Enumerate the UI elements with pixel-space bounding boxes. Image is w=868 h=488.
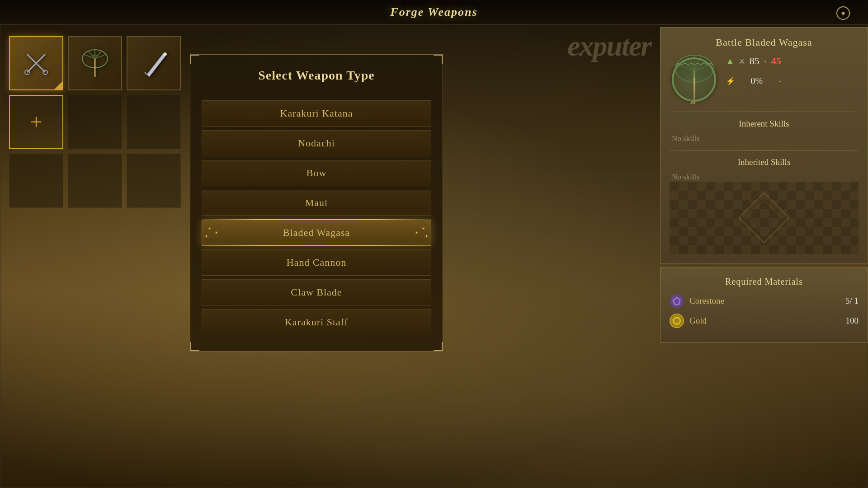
weapon-slot-6[interactable] — [127, 95, 181, 149]
weapon-list: Karakuri Katana Nodachi Bow Maul Bladed … — [202, 100, 431, 335]
weapon-item-hand-cannon[interactable]: Hand Cannon — [202, 249, 431, 276]
svg-line-11 — [145, 72, 147, 75]
skills-divider-1 — [670, 112, 859, 112]
inherent-skills-value: No skills — [672, 134, 859, 143]
gold-count: 100 — [846, 316, 859, 326]
weapon-detail-panel: Battle Bladed Wagasa — [660, 27, 868, 263]
weapon-slot-add[interactable]: + — [9, 95, 63, 149]
weapon-item-maul[interactable]: Maul — [202, 190, 431, 216]
attack-value-new: 45 — [771, 55, 781, 67]
corestone-label: Corestone — [689, 296, 840, 306]
gold-label: Gold — [689, 316, 840, 326]
svg-point-25 — [675, 319, 679, 323]
svg-line-19 — [694, 64, 712, 71]
modal-divider — [202, 92, 431, 92]
page-title: Forge Weapons — [390, 5, 477, 19]
weapon-slot-1[interactable] — [9, 36, 63, 90]
weapon-slot-8[interactable] — [68, 154, 122, 208]
attack-stat-row: ▲ ⚔ 85 › 45 — [726, 55, 781, 67]
corestone-count: 5/ 1 — [845, 296, 859, 306]
svg-line-14 — [681, 59, 694, 71]
separator: - — [778, 76, 781, 86]
materials-title: Required Materials — [670, 277, 859, 287]
inherited-skills-label: Inherited Skills — [670, 157, 859, 167]
weapon-item-nodachi[interactable]: Nodachi — [202, 130, 431, 156]
weapon-item-bow[interactable]: Bow — [202, 160, 431, 186]
weapon-slot-1-icon — [18, 45, 54, 81]
weapon-slot-2-icon — [77, 45, 113, 81]
weapon-slot-7[interactable] — [9, 154, 63, 208]
sharpness-icon: ⚡ — [726, 77, 735, 85]
weapon-slot-3-icon — [136, 45, 172, 81]
add-icon: + — [30, 111, 42, 133]
svg-line-17 — [694, 56, 701, 71]
attack-value: 85 — [750, 55, 760, 67]
weapon-item-claw-blade[interactable]: Claw Blade — [202, 279, 431, 305]
right-panel: Battle Bladed Wagasa — [660, 27, 868, 488]
weapon-preview-image — [670, 55, 719, 105]
weapon-slot-3[interactable] — [127, 36, 181, 90]
weapon-slots-panel: + — [9, 36, 185, 267]
svg-line-13 — [676, 64, 694, 71]
weapon-item-bladed-wagasa[interactable]: Bladed Wagasa — [202, 220, 431, 246]
svg-line-15 — [688, 56, 694, 71]
weapon-item-karakuri-staff[interactable]: Karakuri Staff — [202, 309, 431, 335]
gold-icon — [670, 314, 684, 328]
sharpness-stat-row: ⚡ 0% - — [726, 76, 781, 86]
weapon-slot-9[interactable] — [127, 154, 181, 208]
corestone-icon — [670, 294, 684, 308]
weapon-item-karakuri-katana[interactable]: Karakuri Katana — [202, 100, 431, 127]
top-bar: Forge Weapons ● — [0, 0, 868, 25]
weapon-type-modal: Select Weapon Type Karakuri Katana Nodac… — [190, 54, 443, 352]
decoration-area — [670, 182, 859, 254]
settings-icon[interactable]: ● — [836, 6, 850, 20]
active-indicator — [54, 81, 62, 89]
svg-line-18 — [694, 59, 708, 71]
upgrade-icon: ▲ — [726, 56, 734, 66]
weapon-slot-5[interactable] — [68, 95, 122, 149]
skills-divider-2 — [670, 150, 859, 150]
wagasa-preview — [672, 57, 717, 103]
weapon-slot-2[interactable] — [68, 36, 122, 90]
weapon-stats: ▲ ⚔ 85 › 45 ⚡ 0% - — [726, 55, 781, 92]
material-row-corestone: Corestone 5/ 1 — [670, 294, 859, 308]
sword-stat-icon: ⚔ — [739, 57, 745, 66]
sharpness-value: 0% — [751, 76, 763, 86]
modal-title: Select Weapon Type — [202, 68, 431, 83]
material-row-gold: Gold 100 — [670, 314, 859, 328]
arrow-icon: › — [764, 56, 767, 66]
required-materials-panel: Required Materials Corestone 5/ 1 Gold 1… — [660, 267, 868, 343]
weapon-detail-title: Battle Bladed Wagasa — [670, 37, 859, 48]
inherent-skills-label: Inherent Skills — [670, 119, 859, 129]
inherited-skills-value: No skills — [672, 173, 859, 182]
